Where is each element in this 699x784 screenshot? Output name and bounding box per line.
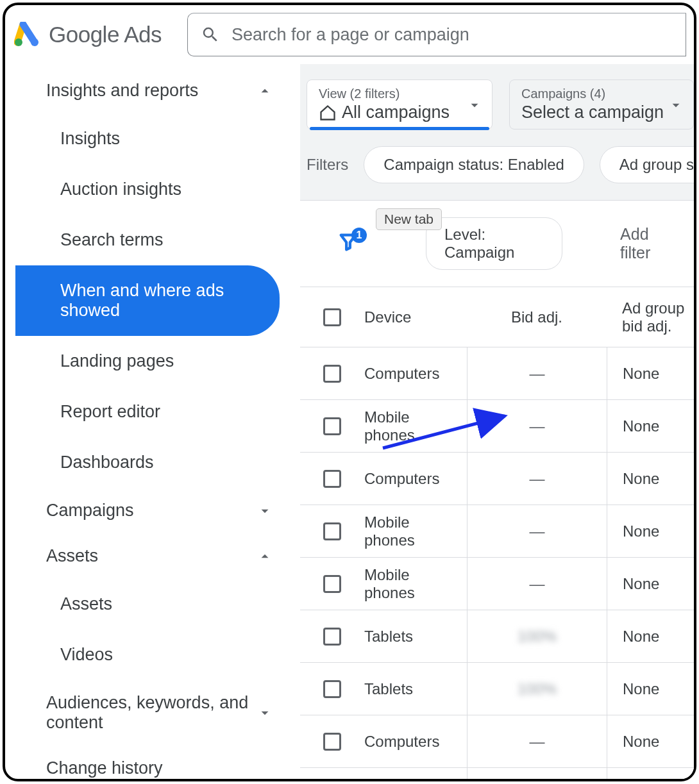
main-content: View (2 filters) All campaigns Campaigns… bbox=[300, 64, 694, 779]
nav-item-insights[interactable]: Insights bbox=[15, 113, 273, 164]
nav-item-dashboards[interactable]: Dashboards bbox=[15, 437, 273, 488]
row-checkbox[interactable] bbox=[323, 628, 341, 646]
cell-device: Mobile phones bbox=[364, 513, 467, 549]
row-checkbox[interactable] bbox=[323, 522, 341, 540]
cell-adgroup-bid-adj: None bbox=[607, 505, 694, 557]
chevron-up-icon bbox=[257, 83, 273, 99]
filters-label: Filters bbox=[307, 156, 348, 174]
table-row: Mobile phones—None bbox=[300, 505, 694, 558]
search-bar[interactable] bbox=[187, 13, 686, 56]
cell-bid-adj[interactable]: — bbox=[467, 558, 607, 610]
nav-group-insights-and-reports[interactable]: Insights and reports bbox=[15, 68, 286, 113]
svg-point-0 bbox=[15, 38, 22, 46]
cell-bid-adj[interactable]: — bbox=[467, 505, 607, 557]
cell-bid-adj[interactable]: 100% bbox=[467, 610, 607, 662]
cell-device: Computers bbox=[364, 470, 467, 488]
row-checkbox[interactable] bbox=[323, 417, 341, 435]
cell-bid-adj[interactable]: — bbox=[467, 715, 607, 767]
nav-group-campaigns[interactable]: Campaigns bbox=[15, 488, 286, 533]
row-checkbox[interactable] bbox=[323, 365, 341, 383]
chevron-up-icon bbox=[257, 548, 273, 565]
google-ads-logo-icon bbox=[14, 22, 40, 47]
cell-adgroup-bid-adj: None bbox=[607, 768, 694, 779]
nav-item-search-terms[interactable]: Search terms bbox=[15, 215, 273, 265]
column-header-adgroup-bid-adj[interactable]: Ad group bid adj. bbox=[607, 287, 694, 347]
logo-text: Google Ads bbox=[49, 22, 162, 47]
campaign-dropdown[interactable]: Campaigns (4) Select a campaign bbox=[509, 79, 694, 129]
chevron-down-icon bbox=[257, 705, 273, 721]
sidebar: Insights and reportsInsightsAuction insi… bbox=[5, 64, 300, 779]
column-header-device[interactable]: Device bbox=[364, 308, 467, 326]
chevron-down-icon bbox=[257, 503, 273, 519]
add-filter-button[interactable]: Add filter bbox=[620, 225, 675, 262]
level-chip[interactable]: Level: Campaign bbox=[426, 217, 562, 270]
table-row: Tablets100%None bbox=[300, 663, 694, 715]
table-row: Mobile phones—None bbox=[300, 768, 694, 779]
nav-group-change-history[interactable]: Change history bbox=[15, 746, 286, 779]
nav-item-landing-pages[interactable]: Landing pages bbox=[15, 336, 273, 387]
cell-adgroup-bid-adj: None bbox=[607, 610, 694, 662]
nav-item-when-and-where-ads-showed[interactable]: When and where ads showed bbox=[15, 265, 280, 336]
nav-item-auction-insights[interactable]: Auction insights bbox=[15, 164, 273, 215]
cell-adgroup-bid-adj: None bbox=[607, 715, 694, 767]
table-row: Mobile phones—None bbox=[300, 558, 694, 610]
scope-toolbar: View (2 filters) All campaigns Campaigns… bbox=[300, 79, 694, 129]
table-filter-header: 1 New tab Level: Campaign Add filter bbox=[300, 201, 694, 287]
cell-bid-adj[interactable]: — bbox=[467, 768, 607, 779]
select-all-checkbox[interactable] bbox=[323, 308, 341, 326]
row-checkbox[interactable] bbox=[323, 575, 341, 593]
cell-adgroup-bid-adj: None bbox=[607, 453, 694, 505]
cell-device: Mobile phones bbox=[364, 566, 467, 602]
cell-device: Tablets bbox=[364, 680, 467, 698]
search-input[interactable] bbox=[232, 25, 673, 45]
svg-point-1 bbox=[31, 38, 38, 46]
table-row: Mobile phones—None bbox=[300, 400, 694, 453]
nav-item-report-editor[interactable]: Report editor bbox=[15, 387, 273, 437]
table-row: Computers—None bbox=[300, 453, 694, 505]
nav-group-assets[interactable]: Assets bbox=[15, 533, 286, 579]
chevron-down-icon bbox=[466, 97, 483, 113]
home-icon bbox=[319, 104, 337, 122]
nav-group-audiences-keywords-and-content[interactable]: Audiences, keywords, and content bbox=[15, 680, 286, 746]
google-ads-logo: Google Ads bbox=[13, 22, 162, 47]
cell-device: Tablets bbox=[364, 628, 467, 646]
search-icon bbox=[201, 25, 220, 44]
filter-count-badge: 1 bbox=[351, 228, 367, 243]
row-checkbox[interactable] bbox=[323, 680, 341, 698]
cell-adgroup-bid-adj: None bbox=[607, 400, 694, 452]
chevron-down-icon bbox=[668, 97, 684, 113]
table-row: Computers—None bbox=[300, 347, 694, 400]
campaign-dropdown-value: Select a campaign bbox=[521, 103, 682, 122]
cell-device: Mobile phones bbox=[364, 408, 467, 444]
cell-adgroup-bid-adj: None bbox=[607, 558, 694, 610]
cell-bid-adj[interactable]: 100% bbox=[467, 663, 607, 715]
view-dropdown[interactable]: View (2 filters) All campaigns bbox=[307, 79, 493, 129]
nav-item-videos[interactable]: Videos bbox=[15, 630, 273, 680]
row-checkbox[interactable] bbox=[323, 733, 341, 751]
column-header-bid-adj[interactable]: Bid adj. bbox=[467, 287, 607, 347]
campaign-dropdown-sub: Campaigns (4) bbox=[521, 87, 682, 101]
cell-bid-adj[interactable]: — bbox=[467, 400, 607, 452]
view-dropdown-value: All campaigns bbox=[319, 103, 480, 122]
table-row: Tablets100%None bbox=[300, 610, 694, 663]
cell-adgroup-bid-adj: None bbox=[607, 347, 694, 399]
app-header: Google Ads bbox=[5, 5, 694, 64]
filters-row: Filters Campaign status: Enabled Ad grou… bbox=[300, 129, 694, 200]
filter-chip-adgroup-status[interactable]: Ad group status: bbox=[600, 146, 694, 183]
cell-bid-adj[interactable]: — bbox=[467, 453, 607, 505]
funnel-icon[interactable]: 1 bbox=[337, 231, 359, 256]
data-panel: 1 New tab Level: Campaign Add filter Dev… bbox=[300, 200, 694, 779]
cell-bid-adj[interactable]: — bbox=[467, 347, 607, 399]
device-table: Device Bid adj. Ad group bid adj. Comput… bbox=[300, 287, 694, 779]
cell-adgroup-bid-adj: None bbox=[607, 663, 694, 715]
view-dropdown-sub: View (2 filters) bbox=[319, 87, 480, 101]
cell-device: Computers bbox=[364, 733, 467, 751]
new-tab-tooltip: New tab bbox=[376, 208, 442, 230]
table-row: Computers—None bbox=[300, 715, 694, 768]
cell-device: Computers bbox=[364, 365, 467, 383]
cell-device: Mobile phones bbox=[364, 776, 467, 780]
table-header-row: Device Bid adj. Ad group bid adj. bbox=[300, 287, 694, 347]
row-checkbox[interactable] bbox=[323, 470, 341, 488]
nav-item-assets[interactable]: Assets bbox=[15, 579, 273, 630]
filter-chip-campaign-status[interactable]: Campaign status: Enabled bbox=[364, 146, 584, 183]
